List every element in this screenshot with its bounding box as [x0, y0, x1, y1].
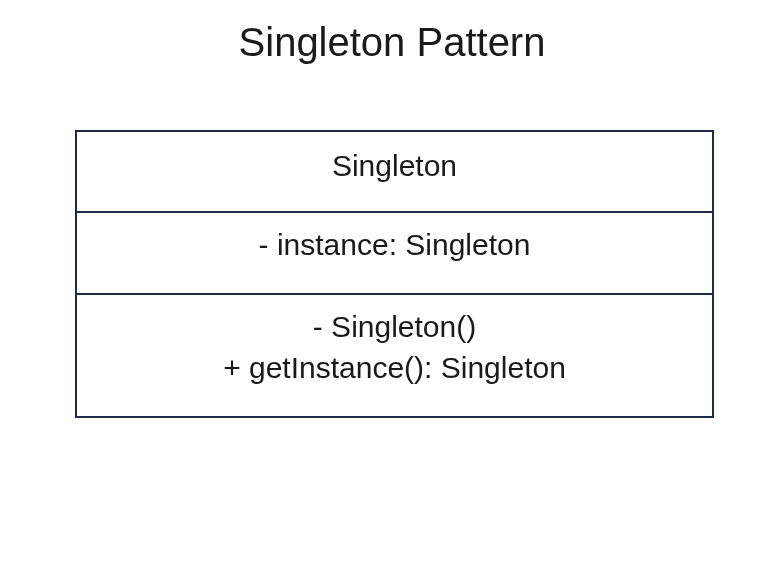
uml-operation: + getInstance(): Singleton	[87, 348, 702, 389]
uml-class-name: Singleton	[87, 146, 702, 187]
uml-operations-compartment: - Singleton() + getInstance(): Singleton	[77, 293, 712, 416]
uml-attributes-compartment: - instance: Singleton	[77, 211, 712, 294]
uml-class-name-compartment: Singleton	[77, 132, 712, 211]
uml-attribute: - instance: Singleton	[87, 225, 702, 266]
uml-operation: - Singleton()	[87, 307, 702, 348]
diagram-title: Singleton Pattern	[0, 20, 784, 65]
uml-class-box: Singleton - instance: Singleton - Single…	[75, 130, 714, 418]
